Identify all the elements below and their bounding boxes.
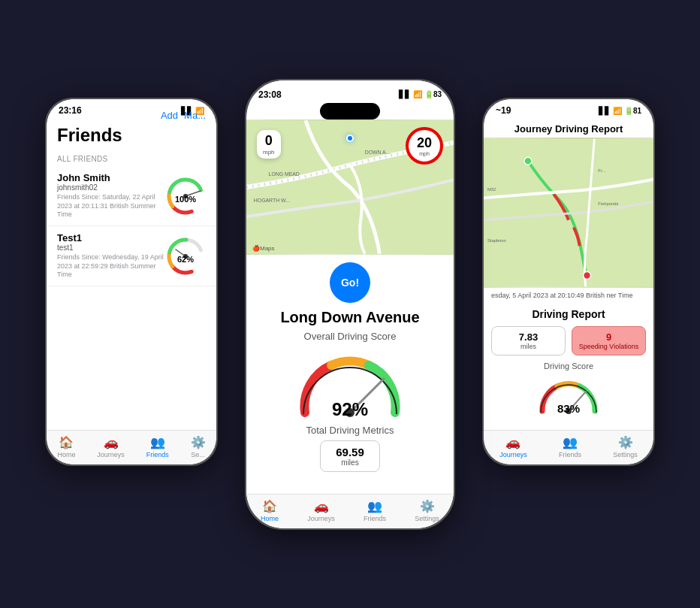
speed-limit-circle: 20 mph — [406, 127, 443, 165]
center-tab-friends[interactable]: 👥 Friends — [364, 499, 386, 522]
center-screen: 23:08 ▋▋ 📶 🔋83 — [246, 80, 454, 528]
left-tab-settings[interactable]: ⚙️ Se... — [191, 435, 206, 458]
friends-actions: Add Ma... — [161, 110, 206, 121]
wifi-icon-r: 📶 — [613, 107, 622, 115]
phone-left: 23:16 ▋▋ 📶 Friends Add Ma... ALL FRIENDS — [45, 98, 218, 466]
center-content: Go! Long Down Avenue Overall Driving Sco… — [246, 255, 454, 494]
stat-violations-value: 9 — [577, 331, 641, 343]
friend-info-john: John Smith johnsmith02 Friends Since: Sa… — [57, 172, 165, 219]
home-label-c: Home — [261, 515, 279, 522]
left-screen: 23:16 ▋▋ 📶 Friends Add Ma... ALL FRIENDS — [47, 99, 216, 464]
svg-point-23 — [524, 157, 532, 165]
settings-label-c: Settings — [415, 515, 439, 522]
phone-center: 23:08 ▋▋ 📶 🔋83 — [245, 79, 455, 530]
report-stats: 7.83 miles 9 Speeding Violations — [491, 326, 646, 355]
center-tab-settings[interactable]: ⚙️ Settings — [415, 499, 439, 522]
friends-label-c: Friends — [364, 515, 386, 522]
speed-limit-unit: mph — [419, 151, 430, 156]
go-button[interactable]: Go! — [330, 262, 370, 303]
signal-icon-c: ▋▋ — [399, 90, 411, 98]
friend-name-john: John Smith — [57, 172, 165, 183]
right-map-svg: M32 Fr... Fishponds Stapleton — [484, 138, 653, 288]
left-tab-home[interactable]: 🏠 Home — [57, 435, 75, 458]
settings-icon: ⚙️ — [191, 435, 206, 449]
center-tab-bar: 🏠 Home 🚗 Journeys 👥 Friends ⚙️ Settings — [246, 494, 454, 528]
driving-score-label-right: Driving Score — [491, 361, 646, 371]
main-gauge-score: 92% — [332, 399, 368, 420]
driving-score-right: Driving Score 83% — [491, 361, 646, 415]
dynamic-island — [320, 103, 380, 119]
driving-report-section: Driving Report 7.83 miles 9 Speeding Vio… — [484, 304, 653, 430]
current-speed: 0 — [263, 133, 275, 149]
miles-unit: miles — [336, 458, 364, 467]
miles-stat: 7.83 miles — [491, 326, 566, 355]
journey-header: Journey Driving Report — [484, 119, 653, 138]
score-text-john: 100% — [175, 195, 196, 204]
speed-unit: mph — [263, 149, 275, 156]
svg-text:LONG MEAD: LONG MEAD — [269, 171, 300, 177]
phone-right: ~19 ▋▋ 📶 🔋81 Journey Driving Report — [482, 98, 655, 466]
center-tab-journeys[interactable]: 🚗 Journeys — [307, 499, 335, 522]
right-tab-journeys[interactable]: 🚗 Journeys — [499, 435, 527, 458]
driving-report-title: Driving Report — [491, 308, 646, 320]
violations-stat: 9 Speeding Violations — [572, 326, 646, 355]
svg-text:Fr...: Fr... — [598, 168, 605, 173]
settings-icon-r: ⚙️ — [618, 435, 633, 449]
friends-icon-r: 👥 — [563, 435, 578, 449]
svg-text:DOWN A...: DOWN A... — [365, 149, 391, 154]
svg-point-24 — [584, 272, 591, 280]
journey-info-text: esday, 5 April 2023 at 20:10:49 British … — [484, 288, 653, 304]
friends-icon-c: 👥 — [367, 499, 382, 513]
stat-violations-label: Speeding Violations — [577, 343, 641, 350]
all-friends-label: ALL FRIENDS — [47, 149, 216, 166]
home-icon-c: 🏠 — [262, 499, 277, 513]
svg-text:HOGARTH W...: HOGARTH W... — [254, 197, 290, 202]
friends-label-r: Friends — [559, 451, 581, 458]
friend-username-john: johnsmith02 — [57, 183, 165, 192]
right-status-icons: ▋▋ 📶 🔋81 — [599, 107, 641, 115]
car-icon-c: 🚗 — [314, 499, 329, 513]
left-tab-friends[interactable]: 👥 Friends — [146, 435, 169, 458]
right-tab-friends[interactable]: 👥 Friends — [559, 435, 581, 458]
settings-label-r: Settings — [613, 451, 638, 458]
main-gauge: 92% — [290, 345, 410, 420]
stat-miles-label: miles — [496, 343, 560, 350]
map-background: LONG MEAD DOWN A... HOGARTH W... 0 mph 2… — [246, 119, 454, 255]
battery-icon-r: 🔋81 — [624, 107, 641, 115]
friend-info-test1: Test1 test1 Friends Since: Wednesday, 19… — [57, 232, 165, 280]
center-status-time: 23:08 — [258, 89, 282, 100]
car-icon-r: 🚗 — [505, 435, 520, 449]
center-tab-home[interactable]: 🏠 Home — [261, 499, 279, 522]
friend-item-john[interactable]: John Smith johnsmith02 Friends Since: Sa… — [47, 166, 216, 226]
center-status-bar: 23:08 ▋▋ 📶 🔋83 — [246, 80, 454, 103]
friend-username-test1: test1 — [57, 244, 165, 252]
right-status-time: ~19 — [496, 105, 511, 116]
right-gauge-score: 83% — [557, 402, 580, 415]
right-screen: ~19 ▋▋ 📶 🔋81 Journey Driving Report — [484, 99, 653, 464]
miles-value: 69.59 — [336, 446, 364, 458]
journeys-label: Journeys — [97, 451, 125, 458]
friends-title: Friends — [57, 125, 122, 146]
svg-text:Stapleton: Stapleton — [487, 238, 506, 243]
left-tab-bar: 🏠 Home 🚗 Journeys 👥 Friends ⚙️ Se... — [47, 430, 216, 464]
settings-icon-c: ⚙️ — [420, 499, 435, 513]
add-button[interactable]: Add — [161, 110, 178, 121]
left-tab-journeys[interactable]: 🚗 Journeys — [97, 435, 125, 458]
right-tab-bar: 🚗 Journeys 👥 Friends ⚙️ Settings — [484, 430, 653, 464]
maps-label: 🍎Maps — [252, 245, 275, 252]
overall-score-label: Overall Driving Score — [304, 331, 397, 342]
right-map: M32 Fr... Fishponds Stapleton — [484, 138, 653, 288]
svg-text:M32: M32 — [487, 187, 496, 192]
friend-since-test1: Friends Since: Wednesday, 19 April 2023 … — [57, 253, 165, 280]
center-status-icons: ▋▋ 📶 🔋83 — [399, 90, 442, 98]
right-tab-settings[interactable]: ⚙️ Settings — [613, 435, 638, 458]
wifi-icon-c: 📶 — [413, 90, 422, 98]
manage-button[interactable]: Ma... — [184, 110, 206, 121]
friend-since-john: Friends Since: Saturday, 22 April 2023 a… — [57, 193, 165, 219]
friends-header: Friends Add Ma... — [47, 119, 216, 149]
friend-item-test1[interactable]: Test1 test1 Friends Since: Wednesday, 19… — [47, 226, 216, 286]
settings-label: Se... — [191, 451, 205, 458]
stat-miles-value: 7.83 — [496, 331, 560, 343]
home-label: Home — [57, 451, 75, 458]
center-map: LONG MEAD DOWN A... HOGARTH W... 0 mph 2… — [246, 119, 454, 255]
